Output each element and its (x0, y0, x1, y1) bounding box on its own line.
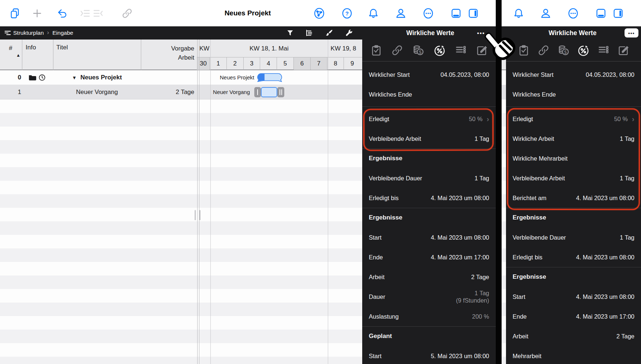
tab-links[interactable] (536, 43, 551, 58)
splitter-drag-handle[interactable] (199, 210, 200, 220)
tab-costs[interactable]: $ (411, 43, 426, 58)
account-icon[interactable] (539, 6, 552, 20)
field-row[interactable]: Erledigt bis4. Mai 2023 um 08:00 (362, 188, 496, 208)
field-row[interactable]: Start4. Mai 2023 um 08:00 (506, 287, 641, 307)
link-icon[interactable] (120, 6, 134, 20)
tab-links[interactable] (390, 43, 405, 58)
field-row[interactable]: Wirkliches Ende (506, 85, 641, 104)
task-bar-body[interactable] (261, 87, 277, 97)
gantt-day-cell: 7 (310, 57, 327, 70)
network-icon[interactable] (312, 6, 326, 20)
panel-right-icon[interactable] (611, 6, 625, 20)
tab-notes[interactable] (616, 43, 631, 58)
field-label: Verbleibende Dauer (369, 175, 422, 182)
gantt-week-header: KW (198, 40, 210, 57)
table-row-project[interactable]: 0 ▼Neues Projekt Neues Projekt (0, 70, 362, 85)
column-header-info[interactable]: Info (26, 44, 36, 51)
sort-ascending-icon[interactable]: ▲ (16, 53, 25, 58)
field-value[interactable]: 4. Mai 2023 um 17:00 (431, 254, 489, 261)
field-value[interactable]: 4. Mai 2023 um 17:00 (576, 313, 634, 320)
field-row[interactable]: Ende4. Mai 2023 um 17:00 (362, 247, 496, 267)
field-row[interactable]: Verbleibende Dauer1 Tag (506, 228, 641, 247)
breadcrumb[interactable]: Strukturplan › Eingabe (13, 26, 73, 40)
tab-fields[interactable] (596, 43, 611, 58)
field-row[interactable]: Wirkliches Ende (362, 85, 496, 104)
field-value[interactable]: 200 % (472, 313, 489, 320)
field-row[interactable]: Arbeit2 Tage (506, 326, 641, 346)
field-value[interactable]: 4. Mai 2023 um 08:00 (576, 293, 634, 300)
column-splitter-line[interactable] (199, 40, 199, 364)
indent-icon[interactable] (91, 6, 105, 20)
field-value[interactable]: 1 Tag (475, 175, 489, 182)
gantt-day-cell: 5 (277, 57, 293, 70)
gantt-bar-label: Neuer Vorgang (177, 85, 250, 100)
task-title-cell[interactable]: Neuer Vorgang (53, 85, 141, 100)
more-icon[interactable] (421, 6, 435, 20)
row-info-icons[interactable] (29, 70, 46, 85)
column-splitter-line[interactable] (197, 40, 198, 364)
field-row[interactable]: Verbleibende Dauer1 Tag (362, 168, 496, 188)
tab-fields[interactable] (453, 43, 468, 58)
field-label: Wirklicher Start (369, 71, 410, 78)
field-value[interactable]: 4. Mai 2023 um 08:00 (431, 234, 489, 241)
field-value[interactable]: 1 Tag(9 fStunden) (456, 289, 489, 304)
breadcrumb-view[interactable]: Eingabe (52, 30, 73, 36)
field-label: Erledigt bis (513, 254, 543, 261)
tab-costs[interactable]: $ (556, 43, 571, 58)
field-value[interactable]: 2 Tage (616, 333, 634, 340)
field-row[interactable]: Mehrarbeit (506, 346, 641, 364)
field-value[interactable]: 2 Tage (471, 274, 489, 281)
field-value[interactable]: 4. Mai 2023 um 08:00 (576, 254, 634, 261)
collapse-triangle-icon[interactable]: ▼ (72, 75, 77, 80)
table-row-task-selected[interactable]: 1 Neuer Vorgang 2 Tage Neuer Vorgang (0, 85, 362, 100)
column-header-title[interactable]: Titel (56, 44, 68, 51)
breadcrumb-section[interactable]: Strukturplan (13, 30, 44, 36)
inspector-right-menu-button[interactable]: ••• (625, 29, 638, 38)
field-value[interactable]: 4. Mai 2023 um 08:00 (431, 195, 489, 202)
tab-percent[interactable] (432, 43, 447, 58)
task-bar-right-handle[interactable] (277, 87, 284, 97)
copy-icon[interactable] (8, 6, 22, 20)
outline-icon[interactable] (304, 27, 315, 38)
field-row[interactable]: Start5. Mai 2023 um 08:00 (362, 346, 496, 364)
field-row[interactable]: Erledigt bis4. Mai 2023 um 08:00 (506, 247, 641, 267)
undo-icon[interactable] (55, 6, 69, 20)
outdent-icon[interactable] (78, 6, 92, 20)
tab-percent[interactable] (576, 43, 591, 58)
summary-bar[interactable] (257, 73, 282, 82)
notifications-icon[interactable] (511, 6, 525, 20)
filter-icon[interactable] (285, 27, 296, 38)
field-value[interactable]: 04.05.2023, 08:00 (441, 71, 489, 78)
section-header: Ergebnisse (506, 208, 641, 228)
hand-cursor-icon (476, 27, 524, 71)
field-row[interactable]: Dauer1 Tag(9 fStunden) (362, 287, 496, 307)
tools-icon[interactable] (343, 27, 354, 38)
panel-bottom-icon[interactable] (449, 6, 463, 20)
panel-right-icon[interactable] (466, 6, 480, 20)
field-row[interactable]: Arbeit2 Tage (362, 267, 496, 287)
field-value[interactable]: 04.05.2023, 08:00 (586, 71, 634, 78)
help-icon[interactable]: ? (340, 6, 354, 20)
row-number: 1 (0, 85, 21, 100)
task-title-cell[interactable]: ▼Neues Projekt (53, 70, 141, 85)
panel-bottom-icon[interactable] (594, 6, 608, 20)
field-value[interactable]: 1 Tag (620, 234, 634, 241)
splitter-drag-handle[interactable] (195, 210, 196, 220)
column-header-work[interactable]: Vorgabe Arbeit (156, 44, 194, 62)
tab-progress[interactable] (369, 43, 383, 58)
field-row[interactable]: Start4. Mai 2023 um 08:00 (362, 228, 496, 247)
gantt-day-cell: 8 (327, 57, 344, 70)
account-icon[interactable] (394, 6, 408, 20)
column-header-number[interactable]: # (0, 45, 21, 52)
add-icon[interactable] (30, 6, 44, 20)
field-row[interactable]: Ende4. Mai 2023 um 17:00 (506, 307, 641, 326)
row-number: 0 (0, 70, 21, 85)
field-value[interactable]: 5. Mai 2023 um 08:00 (431, 353, 489, 360)
task-bar-left-handle[interactable] (254, 87, 261, 97)
more-icon[interactable] (566, 6, 580, 20)
field-row[interactable]: Auslastung200 % (362, 307, 496, 326)
format-icon[interactable] (323, 27, 334, 38)
notifications-icon[interactable] (366, 6, 380, 20)
task-bar[interactable] (254, 87, 284, 97)
field-row[interactable]: Wirklicher Start04.05.2023, 08:00 (506, 65, 641, 85)
